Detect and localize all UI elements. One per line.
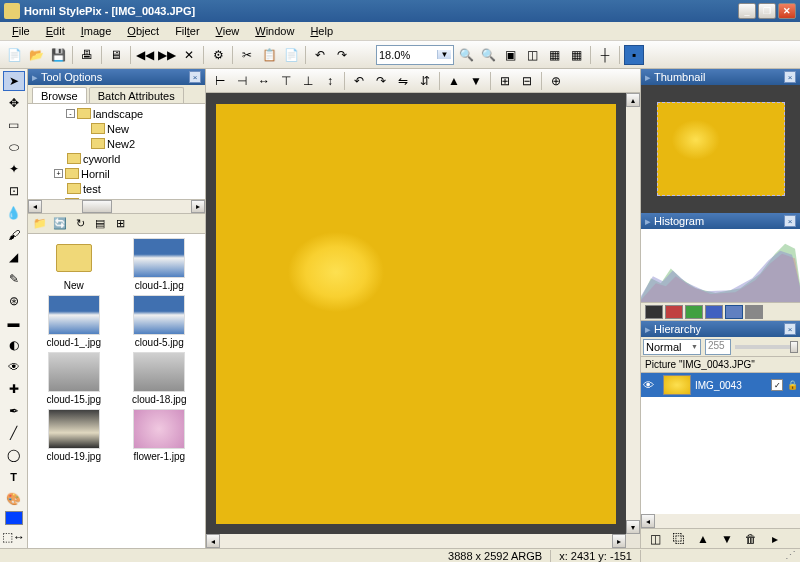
panel-close-button[interactable]: ×: [784, 71, 796, 83]
thumb-item[interactable]: cloud-1_.jpg: [32, 295, 116, 348]
sort-button[interactable]: ▤: [92, 216, 108, 232]
layer-up-button[interactable]: ▲: [444, 71, 464, 91]
tab-browse[interactable]: Browse: [32, 87, 87, 103]
ruler-button[interactable]: ┼: [595, 45, 615, 65]
align-top-button[interactable]: ⊤: [276, 71, 296, 91]
thumb-item[interactable]: cloud-1.jpg: [118, 238, 202, 291]
pointer-tool[interactable]: ➤: [3, 71, 25, 91]
align-mid-button[interactable]: ⊥: [298, 71, 318, 91]
grid2-button[interactable]: ▦: [566, 45, 586, 65]
opacity-input[interactable]: 255: [705, 339, 731, 355]
tab-batch[interactable]: Batch Attributes: [89, 87, 184, 103]
redeye-tool[interactable]: 👁: [3, 357, 25, 377]
blend-mode-combo[interactable]: Normal▼: [643, 339, 701, 355]
layer-lock-icon[interactable]: 🔒: [787, 380, 798, 390]
panel-close-button[interactable]: ×: [784, 323, 796, 335]
zoom-in-button[interactable]: 🔍: [456, 45, 476, 65]
chevron-down-icon[interactable]: ▼: [437, 50, 451, 59]
redo-button[interactable]: ↷: [332, 45, 352, 65]
scroll-right-button[interactable]: ▸: [191, 200, 205, 213]
text-tool[interactable]: T: [3, 467, 25, 487]
heal-tool[interactable]: ✚: [3, 379, 25, 399]
tree-node[interactable]: +Hornil: [30, 166, 203, 181]
layer-up-button[interactable]: ▲: [693, 529, 713, 549]
histo-r-button[interactable]: [665, 305, 683, 319]
tree-node[interactable]: New2: [30, 136, 203, 151]
eyedrop-tool[interactable]: 💧: [3, 203, 25, 223]
cut-button[interactable]: ✂: [237, 45, 257, 65]
first-button[interactable]: ◀◀: [135, 45, 155, 65]
histo-rgb-button[interactable]: [645, 305, 663, 319]
view-button[interactable]: ↻: [72, 216, 88, 232]
maximize-button[interactable]: ❐: [758, 3, 776, 19]
lasso-tool[interactable]: ⬭: [3, 137, 25, 157]
canvas-vscroll[interactable]: ▴▾: [626, 93, 640, 534]
scroll-left-button[interactable]: ◂: [28, 200, 42, 213]
new-layer-button[interactable]: ◫: [645, 529, 665, 549]
thumb-item[interactable]: cloud-5.jpg: [118, 295, 202, 348]
menu-view[interactable]: View: [208, 23, 248, 39]
group-button[interactable]: ⊞: [495, 71, 515, 91]
thumb-item[interactable]: cloud-18.jpg: [118, 352, 202, 405]
print-button[interactable]: 🖶: [77, 45, 97, 65]
flip-h-button[interactable]: ⇋: [393, 71, 413, 91]
layout-button[interactable]: ▪: [624, 45, 644, 65]
rotate-ccw-button[interactable]: ↶: [349, 71, 369, 91]
move-tool[interactable]: ✥: [3, 93, 25, 113]
menu-file[interactable]: File: [4, 23, 38, 39]
rotate-cw-button[interactable]: ↷: [371, 71, 391, 91]
paste-button[interactable]: 📄: [281, 45, 301, 65]
menu-filter[interactable]: Filter: [167, 23, 207, 39]
tree-node[interactable]: -landscape: [30, 106, 203, 121]
swap-color[interactable]: ⬚↔: [3, 527, 25, 547]
menu-object[interactable]: Object: [119, 23, 167, 39]
shape-tool[interactable]: ◯: [3, 445, 25, 465]
thumb-item[interactable]: cloud-19.jpg: [32, 409, 116, 462]
align-left-button[interactable]: ⊢: [210, 71, 230, 91]
dup-layer-button[interactable]: ⿻: [669, 529, 689, 549]
flip-v-button[interactable]: ⇵: [415, 71, 435, 91]
align-center-button[interactable]: ⊣: [232, 71, 252, 91]
crop-tool[interactable]: ⊡: [3, 181, 25, 201]
histo-g-button[interactable]: [685, 305, 703, 319]
pen-tool[interactable]: ✒: [3, 401, 25, 421]
layer-down-button[interactable]: ▼: [466, 71, 486, 91]
tree-hscroll[interactable]: ◂ ▸: [28, 199, 205, 213]
wand-tool[interactable]: ✦: [3, 159, 25, 179]
thumb-item[interactable]: flower-1.jpg: [118, 409, 202, 462]
fill-tool[interactable]: ▬: [3, 313, 25, 333]
delete-layer-button[interactable]: 🗑: [741, 529, 761, 549]
thumb-item[interactable]: cloud-15.jpg: [32, 352, 116, 405]
layer-check[interactable]: ✓: [771, 379, 783, 391]
tree-expand-button[interactable]: +: [54, 169, 63, 178]
histo-lum-button[interactable]: [745, 305, 763, 319]
tree-node[interactable]: test: [30, 181, 203, 196]
tree-node[interactable]: cyworld: [30, 151, 203, 166]
close-button[interactable]: ✕: [778, 3, 796, 19]
fit-button[interactable]: ▣: [500, 45, 520, 65]
refresh-button[interactable]: 🔄: [52, 216, 68, 232]
new-button[interactable]: 📄: [4, 45, 24, 65]
layer-item[interactable]: 👁 IMG_0043 ✓ 🔒: [641, 373, 800, 397]
thumb-item[interactable]: New: [32, 238, 116, 291]
panel-close-button[interactable]: ×: [189, 71, 201, 83]
fg-color[interactable]: [5, 511, 23, 525]
clone-tool[interactable]: ⊛: [3, 291, 25, 311]
marquee-tool[interactable]: ▭: [3, 115, 25, 135]
folder-up-button[interactable]: 📁: [32, 216, 48, 232]
undo-button[interactable]: ↶: [310, 45, 330, 65]
save-button[interactable]: 💾: [48, 45, 68, 65]
align-right-button[interactable]: ↔: [254, 71, 274, 91]
opacity-slider[interactable]: [735, 345, 798, 349]
last-button[interactable]: ▶▶: [157, 45, 177, 65]
histo-combined-button[interactable]: [725, 305, 743, 319]
screen-button[interactable]: 🖥: [106, 45, 126, 65]
pencil-tool[interactable]: ✎: [3, 269, 25, 289]
brush-tool[interactable]: 🖌: [3, 225, 25, 245]
menu-help[interactable]: Help: [302, 23, 341, 39]
layer-menu-button[interactable]: ▸: [765, 529, 785, 549]
zoom-out-button[interactable]: 🔍: [478, 45, 498, 65]
copy-button[interactable]: 📋: [259, 45, 279, 65]
color-tool[interactable]: 🎨: [3, 489, 25, 509]
minimize-button[interactable]: _: [738, 3, 756, 19]
